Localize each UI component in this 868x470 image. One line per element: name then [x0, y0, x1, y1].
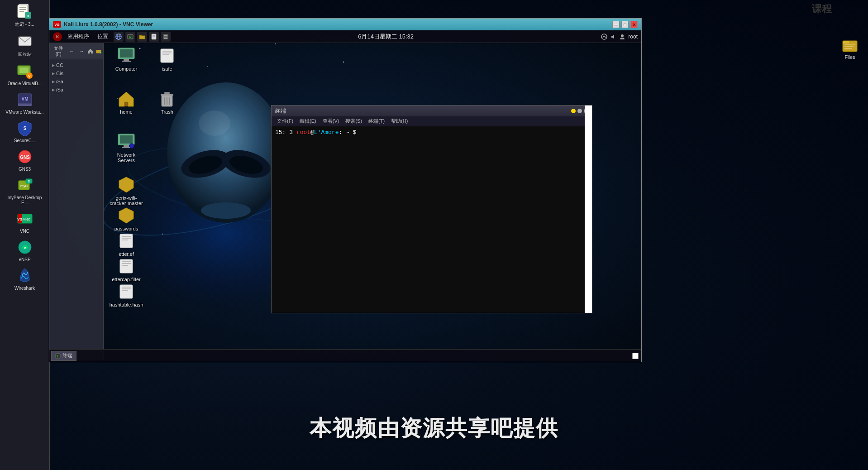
kali-panel-texteditor-icon[interactable]	[149, 32, 159, 42]
file-tree-item-isa2[interactable]: ▶ iSa	[49, 86, 103, 94]
taskbar-icon-secured-label: SecureC...	[5, 138, 45, 143]
svg-rect-107	[164, 92, 170, 94]
svg-rect-36	[18, 104, 32, 106]
file-tree: ▶ CC ▶ Cis ▶ iSa ▶ iSa	[49, 59, 103, 96]
svg-text:3: 3	[27, 14, 29, 18]
left-taskbar: 3 笔记 - 3... 回收站 V Oracle VirtualB...	[0, 0, 50, 470]
kali-panel-settings-icon[interactable]	[161, 32, 171, 42]
taskbar-icon-secured[interactable]: S SecureC...	[5, 119, 45, 143]
bottom-indicator	[632, 353, 639, 359]
kali-icon-isafe-label: isafe	[149, 66, 185, 72]
svg-text:+: +	[100, 51, 101, 53]
file-manager-toolbar: 文件(F) ← → +	[49, 43, 103, 59]
terminal-menu-edit[interactable]: 编辑(E)	[297, 117, 319, 125]
right-icon-files[interactable]: Files	[841, 36, 859, 60]
terminal-taskbar-icon: $	[55, 353, 61, 359]
svg-rect-53	[844, 46, 854, 47]
terminal-dot-2	[577, 109, 582, 113]
taskbar-icon-vnc-label: VNC	[5, 229, 45, 234]
terminal-scrollbar[interactable]	[585, 106, 592, 313]
kali-icon-network-servers[interactable]: Network Servers	[108, 132, 144, 175]
svg-text:VG: VG	[17, 217, 23, 221]
kali-taskbar-terminal[interactable]: $ 终端	[51, 351, 76, 361]
svg-rect-104	[124, 102, 128, 106]
kali-menu-location[interactable]: 位置	[95, 32, 111, 41]
svg-text:D: D	[28, 180, 30, 183]
kali-icon-trash[interactable]: Trash	[149, 89, 185, 132]
kali-icon-ettercap-filter-label: ettercap.filter	[108, 277, 144, 282]
fm-forward-btn[interactable]: →	[77, 48, 86, 54]
svg-rect-54	[844, 48, 852, 49]
terminal-window: 终端 文件(F) 编辑(E) 查看(V) 搜索(S) 终端(T) 帮助(H) 1…	[271, 105, 592, 313]
prompt-cursor: $	[353, 129, 357, 136]
kali-panel-browser-icon[interactable]	[114, 32, 124, 42]
terminal-menu-terminal[interactable]: 终端(T)	[366, 117, 387, 125]
kali-icon-etter-ef[interactable]: etter.ef	[108, 231, 144, 257]
kali-icon-isafe[interactable]: isafe	[149, 46, 185, 89]
svg-point-92	[621, 34, 624, 37]
kali-icon-ettercap-filter[interactable]: ettercap.filter	[108, 257, 144, 282]
taskbar-icon-wireshark[interactable]: Wireshark	[5, 267, 45, 291]
taskbar-icon-virtualbox[interactable]: V Oracle VirtualB...	[5, 62, 45, 86]
taskbar-icon-mail-label: 回收站	[5, 51, 45, 58]
kali-panel-icons: $_	[114, 32, 171, 42]
terminal-menu-view[interactable]: 查看(V)	[320, 117, 342, 125]
vnc-minimize-btn[interactable]: —	[612, 21, 620, 28]
terminal-menu-file[interactable]: 文件(F)	[274, 117, 296, 125]
svg-point-76	[201, 202, 251, 219]
fm-new-folder-icon[interactable]: +	[95, 47, 101, 55]
svg-rect-124	[122, 265, 128, 266]
svg-rect-113	[120, 135, 133, 144]
svg-rect-52	[844, 44, 855, 45]
kali-icon-passwords-label: passwords	[108, 226, 144, 231]
kali-top-panel: K 应用程序 位置 $_	[49, 30, 641, 43]
fm-home-icon[interactable]	[87, 47, 93, 55]
file-tree-item-cc[interactable]: ▶ CC	[49, 61, 103, 69]
terminal-title: 终端	[275, 107, 286, 115]
vnc-restore-btn[interactable]: □	[621, 21, 629, 28]
kali-icon-computer[interactable]: Computer	[108, 46, 144, 89]
kali-icon-passwords[interactable]: passwords	[108, 206, 144, 231]
svg-rect-98	[124, 59, 129, 61]
svg-rect-102	[162, 53, 172, 53]
taskbar-icon-vmware-label: VMware Worksta...	[5, 110, 45, 115]
terminal-menubar: 文件(F) 编辑(E) 查看(V) 搜索(S) 终端(T) 帮助(H)	[272, 116, 592, 126]
kali-icon-home[interactable]: home	[108, 89, 144, 132]
prompt-dollar	[349, 129, 353, 136]
taskbar-icon-ensp[interactable]: e eNSP	[5, 238, 45, 262]
terminal-menu-search[interactable]: 搜索(S)	[343, 117, 365, 125]
kali-menu-apps[interactable]: 应用程序	[65, 32, 92, 41]
svg-rect-90	[164, 38, 167, 39]
taskbar-icon-vnc[interactable]: VG VNC VNC	[5, 210, 45, 234]
kali-icon-gerix[interactable]: gerix-wifi-cracker-master	[108, 175, 144, 206]
right-icon-files-label: Files	[844, 54, 855, 60]
kali-icon-hashtable[interactable]: hashtable.hash	[108, 282, 144, 307]
terminal-menu-help[interactable]: 帮助(H)	[388, 117, 410, 125]
kali-bottom-bar: $ 终端	[49, 349, 641, 362]
fm-file-menu[interactable]: 文件(F)	[51, 44, 66, 58]
taskbar-icon-mail[interactable]: 回收站	[5, 32, 45, 58]
taskbar-icon-vmware[interactable]: VM VMware Worksta...	[5, 91, 45, 115]
taskbar-icon-virtualbox-label: Oracle VirtualB...	[5, 81, 45, 86]
taskbar-icon-gns3-label: GNS3	[5, 167, 45, 172]
file-tree-item-cis[interactable]: ▶ Cis	[49, 69, 103, 77]
kali-network-icon	[601, 34, 607, 40]
kali-panel-terminal-icon[interactable]: $_	[125, 32, 135, 42]
prompt-path: : ~	[339, 129, 349, 136]
taskbar-icon-mybase-label: myBase Desktop E...	[5, 195, 45, 205]
fm-back-btn[interactable]: ←	[67, 48, 76, 54]
svg-rect-114	[124, 145, 129, 147]
taskbar-icon-gns3[interactable]: GNS GNS3	[5, 148, 45, 172]
svg-rect-118	[122, 236, 131, 237]
terminal-body[interactable]: 15: 3 root @ L'Amore : ~ $	[272, 126, 592, 313]
prompt-root: root	[296, 129, 310, 136]
svg-point-91	[601, 34, 607, 39]
kali-user-icon	[619, 34, 625, 40]
vnc-close-btn[interactable]: ✕	[630, 21, 638, 28]
kali-panel-folder-icon[interactable]	[137, 32, 147, 42]
vnc-window: VG Kali Liurx 1.0.8(2002) - VNC Viewer —…	[49, 18, 642, 362]
taskbar-icon-mybase[interactable]: myB D myBase Desktop E...	[5, 176, 45, 205]
file-tree-item-isa1[interactable]: ▶ iSa	[49, 77, 103, 86]
kali-logo-icon[interactable]: K	[53, 32, 62, 41]
taskbar-icon-notes[interactable]: 3 笔记 - 3...	[5, 2, 45, 28]
